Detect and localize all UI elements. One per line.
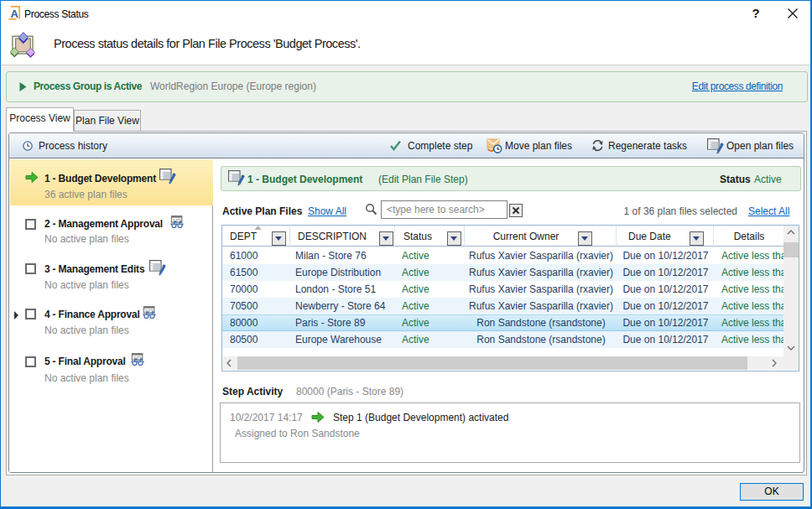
svg-text:A: A (11, 8, 19, 20)
